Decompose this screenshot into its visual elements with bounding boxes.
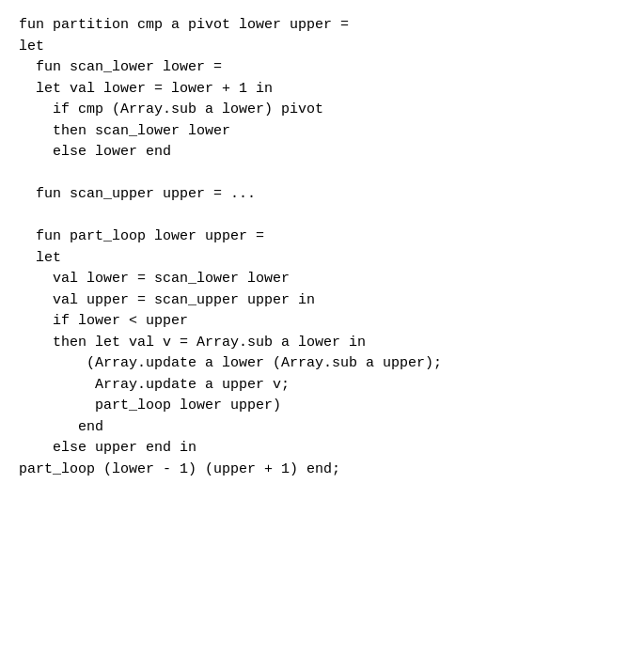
code-display: fun partition cmp a pivot lower upper = … — [19, 15, 625, 480]
